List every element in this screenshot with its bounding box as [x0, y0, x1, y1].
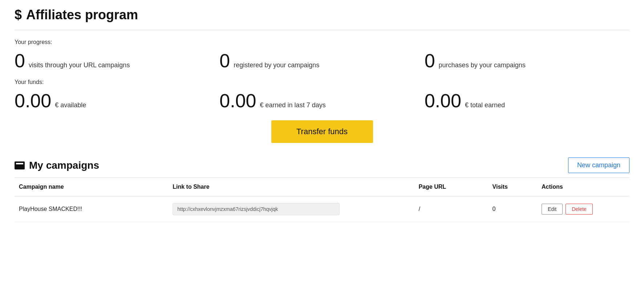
- fund-last7: 0.00 € earned in last 7 days: [219, 91, 424, 110]
- th-visits: Visits: [488, 178, 537, 196]
- campaigns-section-title: My campaigns: [29, 160, 99, 171]
- campaigns-header: My campaigns New campaign: [15, 157, 629, 173]
- delete-button[interactable]: Delete: [566, 204, 592, 215]
- fund-available-value: 0.00: [15, 91, 51, 110]
- stat-registered-label: registered by your campaigns: [234, 61, 319, 69]
- page-url-cell: /: [414, 196, 488, 222]
- funds-row: 0.00 € available 0.00 € earned in last 7…: [15, 91, 629, 110]
- fund-total-value: 0.00: [425, 91, 461, 110]
- stat-visits-label: visits through your URL campaigns: [29, 61, 130, 69]
- th-page-url: Page URL: [414, 178, 488, 196]
- stat-registered-value: 0: [219, 51, 230, 70]
- th-actions: Actions: [537, 178, 629, 196]
- fund-last7-value: 0.00: [219, 91, 256, 110]
- campaign-name-cell: PlayHouse SMACKED!!!: [15, 196, 168, 222]
- campaigns-table: Campaign name Link to Share Page URL Vis…: [15, 178, 629, 222]
- page-header: $ Affiliates program: [15, 7, 629, 23]
- dollar-icon: $: [15, 7, 22, 23]
- actions-cell: Edit Delete: [537, 196, 629, 222]
- fund-total: 0.00 € total earned: [425, 91, 629, 110]
- campaigns-section: My campaigns New campaign Campaign name …: [15, 157, 629, 222]
- stat-purchases-value: 0: [425, 51, 435, 70]
- fund-available: 0.00 € available: [15, 91, 219, 110]
- fund-available-label: € available: [55, 101, 86, 109]
- progress-section: Your progress: 0 visits through your URL…: [15, 39, 629, 70]
- edit-button[interactable]: Edit: [542, 204, 563, 215]
- fund-last7-label: € earned in last 7 days: [260, 101, 326, 109]
- stat-registered: 0 registered by your campaigns: [219, 51, 424, 70]
- link-to-share-cell: [168, 196, 414, 222]
- stat-purchases-label: purchases by your campaigns: [439, 61, 526, 69]
- fund-total-label: € total earned: [465, 101, 505, 109]
- header-divider: [15, 30, 629, 30]
- new-campaign-button[interactable]: New campaign: [568, 157, 629, 173]
- campaigns-title-group: My campaigns: [15, 160, 99, 171]
- transfer-btn-container: Transfer funds: [15, 120, 629, 143]
- visits-cell: 0: [488, 196, 537, 222]
- stat-visits: 0 visits through your URL campaigns: [15, 51, 219, 70]
- link-input[interactable]: [173, 203, 340, 215]
- campaigns-table-container: Campaign name Link to Share Page URL Vis…: [15, 178, 629, 222]
- page-title: Affiliates program: [26, 7, 138, 23]
- stat-purchases: 0 purchases by your campaigns: [425, 51, 629, 70]
- funds-label: Your funds:: [15, 79, 629, 85]
- stat-visits-value: 0: [15, 51, 25, 70]
- funds-section: Your funds: 0.00 € available 0.00 € earn…: [15, 79, 629, 110]
- th-campaign-name: Campaign name: [15, 178, 168, 196]
- progress-label: Your progress:: [15, 39, 629, 45]
- campaigns-icon: [15, 161, 25, 169]
- table-row: PlayHouse SMACKED!!! / 0 Edit Delete: [15, 196, 629, 222]
- stats-row: 0 visits through your URL campaigns 0 re…: [15, 51, 629, 70]
- transfer-funds-button[interactable]: Transfer funds: [271, 120, 373, 143]
- table-header-row: Campaign name Link to Share Page URL Vis…: [15, 178, 629, 196]
- th-link-to-share: Link to Share: [168, 178, 414, 196]
